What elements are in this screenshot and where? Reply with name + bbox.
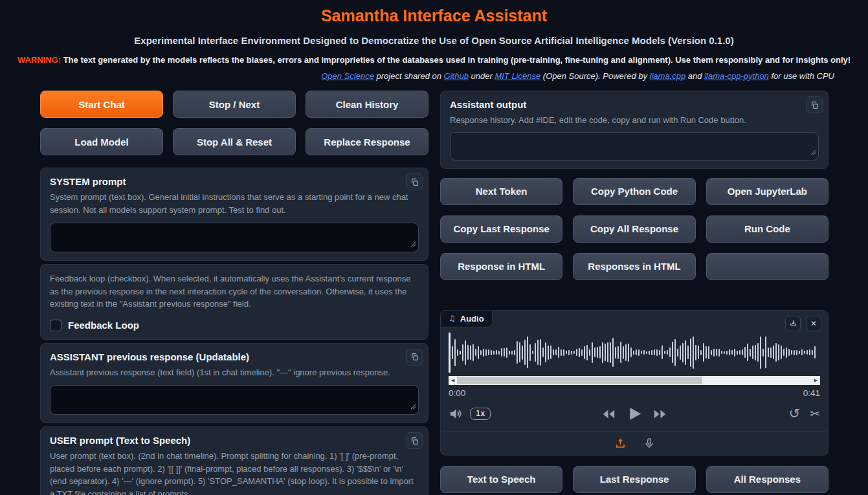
- feedback-loop-label: Feedback Loop: [68, 320, 139, 331]
- credits-text-4: and: [685, 71, 704, 81]
- copy-last-response-button[interactable]: Copy Last Response: [440, 215, 562, 243]
- upload-audio-icon[interactable]: [614, 437, 627, 450]
- right-column: Assistant output Response history. Add #…: [440, 91, 829, 495]
- feedback-loop-checkbox[interactable]: [50, 320, 61, 331]
- download-audio-button[interactable]: [785, 316, 801, 331]
- copy-icon[interactable]: [406, 173, 423, 190]
- audio-current-time: 0:00: [449, 388, 465, 398]
- clean-history-button[interactable]: Clean History: [306, 91, 428, 118]
- assistant-output-card: Assistant output Response history. Add #…: [440, 91, 829, 169]
- user-prompt-card: USER prompt (Text to Speech) User prompt…: [40, 426, 428, 495]
- run-code-button[interactable]: Run Code: [706, 215, 829, 243]
- skip-forward-icon[interactable]: [653, 407, 667, 421]
- audio-scrollbar[interactable]: ◀ ▶: [449, 376, 820, 385]
- open-jupyterlab-button[interactable]: Open JupyterLab: [706, 178, 829, 205]
- left-column: Start Chat Stop / Next Clean History Loa…: [40, 91, 428, 495]
- replace-response-button[interactable]: Replace Response: [306, 128, 428, 155]
- chat-controls-row-1: Start Chat Stop / Next Clean History: [40, 91, 428, 118]
- audio-waveform[interactable]: [449, 333, 820, 373]
- audio-top-buttons: ✕: [785, 316, 821, 331]
- subtitle: Experimental Interface Environment Desig…: [0, 35, 868, 46]
- blank-button[interactable]: [706, 253, 829, 280]
- undo-icon[interactable]: ↺: [788, 407, 800, 421]
- assistant-output-title: Assistant output: [450, 99, 819, 110]
- audio-transport-controls: [602, 405, 667, 423]
- credits-text-1: project shared on: [374, 71, 444, 81]
- stop-next-button[interactable]: Stop / Next: [173, 91, 296, 118]
- system-prompt-input[interactable]: [50, 223, 419, 252]
- audio-tab-text: Audio: [460, 314, 484, 324]
- credits-text-3: (Open Source). Powered by: [540, 71, 649, 81]
- assistant-output-description: Response history. Add #IDE, edit the cod…: [450, 114, 819, 127]
- audio-time-row: 0:00 0:41: [449, 388, 820, 398]
- credits-text-5: for use with CPU: [769, 71, 834, 81]
- open-science-link[interactable]: Open Science: [321, 71, 374, 81]
- play-button[interactable]: [626, 405, 643, 423]
- scrollbar-left-arrow-icon[interactable]: ◀: [449, 376, 457, 385]
- audio-duration: 0:41: [803, 388, 820, 398]
- load-model-button[interactable]: Load Model: [40, 128, 163, 155]
- audio-left-controls: 1x: [449, 406, 491, 421]
- github-link[interactable]: Github: [444, 71, 469, 81]
- assistant-previous-description: Assistant previous response (text field)…: [50, 366, 419, 379]
- user-prompt-title: USER prompt (Text to Speech): [50, 435, 419, 446]
- start-chat-button[interactable]: Start Chat: [40, 91, 163, 118]
- feedback-description: Feedback loop (checkbox). When selected,…: [50, 272, 419, 311]
- audio-tab-label: ♫ Audio: [440, 310, 493, 327]
- feedback-loop-card: Feedback loop (checkbox). When selected,…: [40, 264, 428, 340]
- music-note-icon: ♫: [449, 314, 456, 323]
- speech-buttons-row: Text to Speech Last Response All Respons…: [440, 466, 829, 493]
- output-buttons-grid: Next Token Copy Python Code Open Jupyter…: [440, 178, 829, 280]
- system-prompt-field-wrap: [50, 223, 419, 252]
- user-prompt-description: User prompt (text box). (2nd in chat tim…: [50, 450, 419, 495]
- copy-python-code-button[interactable]: Copy Python Code: [573, 178, 695, 205]
- warning-line: WARNING: The text generated by the model…: [0, 55, 868, 65]
- copy-icon[interactable]: [806, 96, 823, 113]
- assistant-output-field-wrap: [450, 132, 819, 160]
- system-prompt-card: SYSTEM prompt System prompt (text box). …: [40, 168, 428, 261]
- text-to-speech-button[interactable]: Text to Speech: [440, 466, 562, 493]
- scrollbar-right-arrow-icon[interactable]: ▶: [812, 376, 820, 385]
- credits-text-2: under: [469, 71, 495, 81]
- last-response-button[interactable]: Last Response: [573, 466, 695, 493]
- responses-in-html-button[interactable]: Responses in HTML: [573, 253, 695, 280]
- warning-label: WARNING:: [17, 55, 61, 65]
- stop-all-reset-button[interactable]: Stop All & Reset: [173, 128, 296, 155]
- llama-cpp-python-link[interactable]: llama-cpp-python: [704, 71, 769, 81]
- all-responses-button[interactable]: All Responses: [706, 466, 829, 493]
- assistant-output-input[interactable]: [450, 132, 819, 160]
- assistant-previous-title: ASSISTANT previous response (Updatable): [50, 351, 419, 362]
- audio-player: ♫ Audio ✕ ◀ ▶ 0:00 0:41: [440, 310, 829, 456]
- warning-body: The text generated by the models reflect…: [61, 55, 851, 65]
- close-audio-button[interactable]: ✕: [806, 316, 821, 331]
- llama-cpp-link[interactable]: llama.cpp: [650, 71, 686, 81]
- next-token-button[interactable]: Next Token: [440, 178, 562, 205]
- assistant-previous-field-wrap: [50, 385, 419, 415]
- copy-icon[interactable]: [406, 432, 423, 449]
- feedback-checkbox-row: Feedback Loop: [50, 320, 419, 331]
- samantha-app: Samantha Interface Assistant Experimenta…: [0, 0, 868, 495]
- skip-back-icon[interactable]: [602, 407, 616, 421]
- chat-controls-row-2: Load Model Stop All & Reset Replace Resp…: [40, 128, 428, 155]
- system-prompt-title: SYSTEM prompt: [50, 176, 419, 187]
- page-title: Samantha Interface Assistant: [0, 6, 868, 25]
- system-prompt-description: System prompt (text box). General initia…: [50, 191, 419, 216]
- audio-controls-row: 1x ↺ ✂: [449, 403, 820, 425]
- app-header: Samantha Interface Assistant Experimenta…: [0, 0, 868, 81]
- audio-io-row: [449, 432, 820, 450]
- volume-icon[interactable]: [449, 406, 463, 421]
- copy-icon[interactable]: [406, 349, 423, 366]
- response-in-html-button[interactable]: Response in HTML: [440, 253, 562, 280]
- credits-line: Open Science project shared on Github un…: [0, 71, 868, 81]
- audio-edit-controls: ↺ ✂: [788, 407, 820, 421]
- assistant-previous-input[interactable]: [50, 385, 419, 415]
- mit-license-link[interactable]: MIT License: [495, 71, 540, 81]
- playback-speed-button[interactable]: 1x: [470, 408, 491, 420]
- scrollbar-thumb[interactable]: [457, 377, 702, 384]
- trim-scissors-icon[interactable]: ✂: [810, 408, 820, 420]
- copy-all-response-button[interactable]: Copy All Response: [573, 215, 695, 243]
- main-content: Start Chat Stop / Next Clean History Loa…: [0, 91, 868, 495]
- assistant-previous-card: ASSISTANT previous response (Updatable) …: [40, 343, 428, 424]
- microphone-icon[interactable]: [643, 437, 655, 449]
